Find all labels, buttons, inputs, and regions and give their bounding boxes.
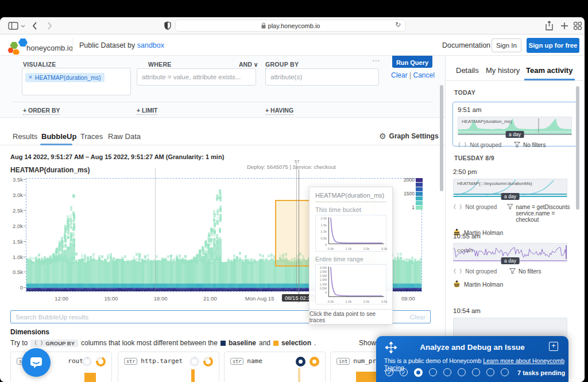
- sidebar-scrollbar[interactable]: [576, 86, 579, 210]
- sign-in-button[interactable]: Sign In: [492, 38, 521, 52]
- task-circle-todo[interactable]: [486, 368, 494, 376]
- tab-overview-icon[interactable]: [574, 22, 582, 30]
- graph-settings-button[interactable]: ⚙ Graph Settings: [379, 132, 439, 141]
- refresh-icon[interactable]: ↻: [395, 21, 401, 29]
- clear-link[interactable]: Clear: [391, 71, 408, 79]
- user-name: Martin Holman: [464, 281, 503, 288]
- selection-label: selection: [281, 339, 311, 347]
- add-order-by[interactable]: + ORDER BY: [23, 107, 60, 115]
- visualize-chip[interactable]: × HEATMAP(duration_ms): [25, 73, 105, 82]
- intercom-chat-button[interactable]: [22, 348, 51, 377]
- share-icon[interactable]: [546, 21, 553, 30]
- task-circle-current[interactable]: [414, 368, 423, 377]
- task-circle-done[interactable]: ✓: [400, 368, 408, 376]
- entry-time: 10:55 am: [453, 233, 577, 240]
- chip-label: HEATMAP(duration_ms): [35, 74, 101, 81]
- sign-up-button[interactable]: Sign up for free: [527, 38, 579, 53]
- history-entry-951am[interactable]: 9:51 am HEATMAP(duration_ms) a day { }No…: [452, 102, 577, 146]
- new-tab-icon[interactable]: [561, 22, 568, 29]
- back-button[interactable]: [32, 22, 37, 30]
- add-limit[interactable]: + LIMIT: [137, 107, 157, 115]
- honeycomb-logo[interactable]: honeycomb.io: [7, 37, 73, 55]
- clear-cancel-links: Clear | Cancel: [391, 71, 435, 79]
- group-by-input[interactable]: attribute(s): [265, 68, 379, 86]
- y-tick-label: 1.0k: [5, 254, 23, 260]
- documentation-link[interactable]: Documentation: [442, 41, 490, 49]
- dimension-bar: [298, 368, 300, 382]
- x-tick-label: 12:00: [55, 295, 68, 302]
- y-tick-label: 2.0k: [5, 223, 23, 229]
- mini-x-tick: 3.0k: [381, 247, 387, 250]
- baseline-donut-icon: [189, 357, 199, 366]
- tab-details[interactable]: Details: [456, 66, 479, 75]
- filter-icon: [507, 204, 513, 210]
- task-circle-done[interactable]: ✓: [385, 368, 393, 376]
- where-input[interactable]: attribute = value, attribute exists...: [137, 68, 256, 86]
- activity-sidebar: Details My history Team activity TODAY 9…: [445, 56, 585, 382]
- chip-close-icon[interactable]: ×: [29, 74, 32, 80]
- y-tick-label: 3.5k: [5, 176, 23, 183]
- privacy-shield-icon[interactable]: [164, 21, 171, 30]
- dimension-bar: [191, 369, 195, 382]
- forward-button[interactable]: [47, 22, 52, 30]
- y-tick-label: 2.5k: [5, 207, 23, 214]
- mini-x-tick: 2.0k: [363, 300, 369, 303]
- task-progress: ✓✓ 7 tasks pending: [385, 368, 565, 377]
- dimension-card-name[interactable]: strname: [224, 352, 326, 382]
- time-range-label: Aug 14 2022, 9:51:27 AM – Aug 15 2022, 9…: [10, 153, 224, 160]
- sidebar-tab-divider: [446, 80, 585, 81]
- dimension-card-http-target[interactable]: strhttp.target: [118, 352, 219, 382]
- task-circle-todo[interactable]: [472, 368, 480, 376]
- heatmap-tooltip: HEATMAP(duration_ms) This time bucket 2.…: [309, 187, 393, 325]
- sidebar-active-tab-underline: [524, 79, 575, 80]
- tab-traces[interactable]: Traces: [80, 132, 103, 141]
- tip-period: .: [314, 339, 316, 347]
- braces-icon: { }: [453, 268, 462, 274]
- expand-icon[interactable]: +: [549, 342, 558, 351]
- x-tick-label: 21:00: [203, 295, 217, 302]
- task-circle-todo[interactable]: [443, 368, 451, 376]
- task-circle-todo[interactable]: [429, 368, 437, 376]
- tab-results[interactable]: Results: [13, 132, 37, 141]
- cancel-link[interactable]: Cancel: [413, 71, 434, 79]
- tab-bubbleup[interactable]: BubbleUp: [41, 132, 76, 141]
- braces-icon: { }: [453, 204, 462, 210]
- query-overflow-menu[interactable]: ⋯: [372, 56, 381, 65]
- tab-raw-data[interactable]: Raw Data: [108, 132, 141, 141]
- history-entry-250pm[interactable]: 2:50 pm HEATMAP(:::hnycolumn:durationMs)…: [453, 168, 577, 236]
- chevron-down-icon[interactable]: [21, 25, 25, 28]
- task-circle-todo[interactable]: [501, 368, 509, 376]
- mini-x-tick: 2.0k: [363, 247, 369, 250]
- and-dropdown[interactable]: AND ∨: [239, 61, 258, 68]
- mini-y-tick: 0.5M: [316, 287, 327, 290]
- main-scrollbar[interactable]: [440, 85, 443, 191]
- range-histogram: 3.0M2.5M2.0M1.5M1.0M0.5M00.0k1.0k2.0k3.0…: [315, 264, 386, 304]
- braces-icon: { }: [458, 142, 467, 148]
- address-bar[interactable]: play.honeycomb.io ↻: [175, 20, 406, 32]
- history-entry-1055am[interactable]: 10:55 am COUNT a day { }Not grouped No f…: [453, 233, 577, 288]
- legend-swatch: [416, 206, 423, 210]
- run-query-button[interactable]: Run Query: [392, 56, 432, 68]
- lock-icon: [261, 22, 266, 29]
- add-having[interactable]: + HAVING: [265, 107, 293, 115]
- tab-team-activity[interactable]: Team activity: [526, 66, 572, 75]
- visualize-input[interactable]: × HEATMAP(duration_ms): [22, 68, 131, 95]
- bucket-histogram-line: [329, 217, 384, 244]
- mini-y-tick: 0.5k: [316, 237, 327, 240]
- dataset-link[interactable]: sandbox: [137, 41, 164, 49]
- mini-x-tick: 0.0k: [328, 247, 334, 250]
- brand-name: honeycomb.io: [26, 44, 73, 52]
- onboarding-modal[interactable]: Analyze and Debug an Issue + This is a p…: [376, 336, 568, 382]
- grouped-label: Not grouped: [465, 268, 497, 275]
- filter-1: name = getDiscounts: [516, 204, 570, 210]
- results-tab-bar: Results BubbleUp Traces Raw Data ⚙ Graph…: [0, 128, 445, 145]
- selection-donut-icon: [203, 357, 213, 366]
- search-clear-button[interactable]: Clear: [410, 314, 425, 321]
- modal-title: Analyze and Debug an Issue: [376, 343, 568, 352]
- y-tick-label: 0: [5, 284, 23, 291]
- tab-my-history[interactable]: My history: [486, 66, 520, 75]
- sidebar-toggle-icon[interactable]: [8, 22, 18, 30]
- task-circle-todo[interactable]: [458, 368, 466, 376]
- group-by-chip[interactable]: { }GROUP BY: [30, 339, 78, 347]
- type-chip: str: [230, 358, 243, 365]
